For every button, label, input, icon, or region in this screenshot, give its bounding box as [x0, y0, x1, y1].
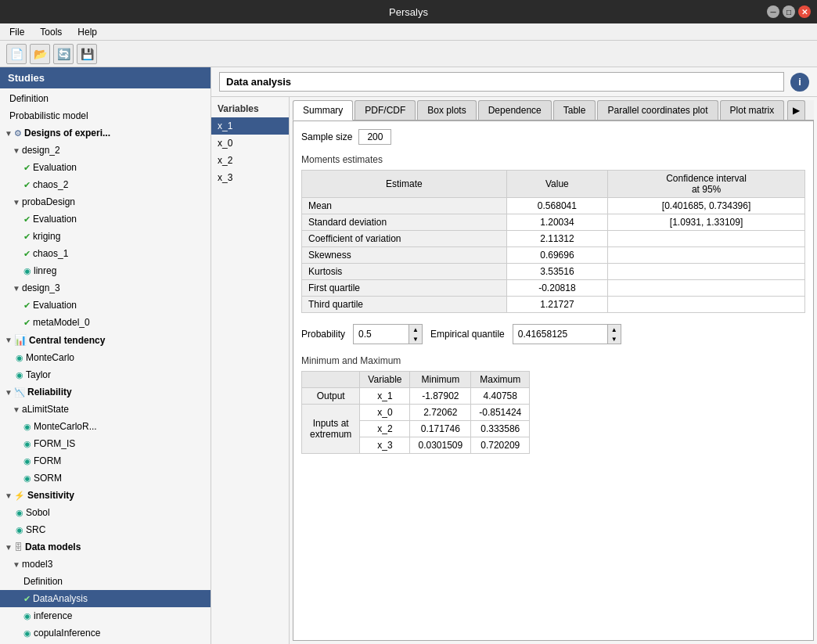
tree-item-design2[interactable]: ▼design_2 — [0, 142, 211, 159]
menu-help[interactable]: Help — [74, 26, 100, 38]
table-row: Skewness 0.69696 — [302, 247, 805, 264]
tree-item-linreg[interactable]: ◉linreg — [0, 262, 211, 279]
toolbar: 📄 📂 🔄 💾 — [0, 41, 817, 67]
row-value: 1.21727 — [506, 297, 607, 313]
save-button[interactable]: 💾 — [77, 44, 97, 64]
tab-table[interactable]: Table — [553, 100, 596, 120]
table-row: Inputs atextremum x_0 2.72062 -0.851424 — [302, 405, 530, 421]
inputs-label: Inputs atextremum — [302, 405, 360, 454]
tree-item-eval2[interactable]: ✔Evaluation — [0, 210, 211, 228]
refresh-button[interactable]: 🔄 — [53, 44, 74, 64]
tree-item-sobol[interactable]: ◉Sobol — [0, 504, 211, 521]
tree-item-definition2[interactable]: Definition — [0, 573, 211, 590]
tree-item-sorm[interactable]: ◉SORM — [0, 470, 211, 487]
empirical-label: Empirical quantile — [430, 329, 505, 340]
col-estimate: Estimate — [302, 171, 507, 198]
spin-up[interactable]: ▲ — [409, 325, 422, 334]
tree-item-probadesign[interactable]: ▼probaDesign — [0, 193, 211, 210]
title-bar: Persalys ─ □ ✕ — [0, 0, 817, 23]
tree-item-formis[interactable]: ◉FORM_IS — [0, 435, 211, 452]
output-var: x_1 — [360, 388, 410, 405]
tree-item-inference[interactable]: ◉inference — [0, 607, 211, 624]
info-button[interactable]: i — [790, 73, 809, 92]
row-label: Mean — [302, 198, 507, 214]
item-label: Central tendency — [29, 335, 105, 346]
probability-label: Probability — [301, 329, 345, 340]
tab-dependence[interactable]: Dependence — [478, 100, 552, 120]
row-value: 1.20034 — [506, 214, 607, 231]
item-label: Evaluation — [33, 300, 77, 311]
tree-item-model3[interactable]: ▼model3 — [0, 556, 211, 573]
item-label: model3 — [22, 559, 52, 570]
var-item-x0[interactable]: x_0 — [211, 135, 289, 152]
tree-item-src[interactable]: ◉SRC — [0, 521, 211, 538]
tree-item-chaos1[interactable]: ✔chaos_1 — [0, 245, 211, 262]
empirical-input-wrap: ▲ ▼ — [513, 324, 621, 344]
tree-item-prob-model[interactable]: Probabilistic model — [0, 107, 211, 124]
minmax-col-empty — [302, 372, 360, 388]
minmax-col-min: Minimum — [410, 372, 471, 388]
var-item-x1[interactable]: x_1 — [211, 117, 289, 135]
item-label: Definition — [9, 93, 49, 104]
item-label: design_2 — [22, 145, 60, 156]
tab-pdfcdf[interactable]: PDF/CDF — [355, 100, 416, 120]
col-ci: Confidence intervalat 95% — [608, 171, 805, 198]
menu-file[interactable]: File — [6, 26, 27, 38]
tree-item-copula[interactable]: ◉copulaInference — [0, 624, 211, 642]
tab-boxplots[interactable]: Box plots — [417, 100, 476, 120]
row-label: Third quartile — [302, 297, 507, 313]
tree-section-datamodels[interactable]: ▼🗄Data models — [0, 538, 211, 556]
item-label: MonteCarloR... — [34, 421, 97, 432]
maximize-button[interactable]: □ — [783, 5, 795, 18]
tree-item-definition[interactable]: Definition — [0, 90, 211, 107]
minimize-button[interactable]: ─ — [767, 5, 779, 18]
tree-item-montecarlor[interactable]: ◉MonteCarloR... — [0, 418, 211, 435]
row-label: Standard deviation — [302, 214, 507, 231]
var-item-x3[interactable]: x_3 — [211, 169, 289, 186]
probability-input[interactable] — [354, 327, 408, 341]
empirical-spin-up[interactable]: ▲ — [608, 325, 621, 334]
table-row: Kurtosis 3.53516 — [302, 264, 805, 280]
item-label: linreg — [34, 265, 56, 276]
tree-section-designs[interactable]: ▼⚙Designs of experi... — [0, 124, 211, 142]
tree-section-reliability[interactable]: ▼📉Reliability — [0, 383, 211, 401]
tree-item-design3[interactable]: ▼design_3 — [0, 279, 211, 297]
tree-item-kriging[interactable]: ✔kriging — [0, 228, 211, 245]
tree-section-central[interactable]: ▼📊Central tendency — [0, 331, 211, 349]
tree-item-metamodel0[interactable]: ✔metaModel_0 — [0, 314, 211, 331]
row-ci: [0.401685, 0.734396] — [608, 198, 805, 214]
tree-item-eval3[interactable]: ✔Evaluation — [0, 297, 211, 314]
tab-plotmatrix[interactable]: Plot matrix — [720, 100, 785, 120]
close-button[interactable]: ✕ — [798, 5, 811, 18]
sample-size-label: Sample size — [301, 131, 352, 142]
tab-parallel[interactable]: Parallel coordinates plot — [597, 100, 718, 120]
tree-item-taylor[interactable]: ◉Taylor — [0, 366, 211, 383]
item-label: FORM_IS — [34, 438, 75, 449]
tree-item-chaos2[interactable]: ✔chaos_2 — [0, 176, 211, 193]
tree-item-eval1[interactable]: ✔Evaluation — [0, 159, 211, 176]
tree-item-dataanalysis[interactable]: ✔DataAnalysis — [0, 590, 211, 607]
tree-item-montecarlo[interactable]: ◉MonteCarlo — [0, 349, 211, 366]
item-label: Definition — [23, 576, 63, 587]
row-ci — [608, 231, 805, 247]
tree-section-sensitivity[interactable]: ▼⚡Sensitivity — [0, 487, 211, 504]
tab-summary[interactable]: Summary — [293, 100, 353, 121]
menu-tools[interactable]: Tools — [37, 26, 65, 38]
app-title: Persalys — [389, 6, 428, 18]
tree-container[interactable]: Definition Probabilistic model ▼⚙Designs… — [0, 88, 211, 644]
new-icon: 📄 — [10, 48, 23, 60]
col-value: Value — [506, 171, 607, 198]
var-item-x2[interactable]: x_2 — [211, 152, 289, 169]
empirical-spin-down[interactable]: ▼ — [608, 334, 621, 344]
open-button[interactable]: 📂 — [30, 44, 50, 64]
new-button[interactable]: 📄 — [6, 44, 27, 64]
analysis-panel: Summary PDF/CDF Box plots Dependence Tab… — [290, 97, 817, 644]
item-label: metaModel_0 — [33, 317, 90, 328]
tree-item-form[interactable]: ◉FORM — [0, 452, 211, 470]
tree-item-alimitstate[interactable]: ▼aLimitState — [0, 401, 211, 418]
variables-panel: Variables x_1 x_0 x_2 x_3 — [211, 97, 290, 644]
spin-down[interactable]: ▼ — [409, 334, 422, 344]
empirical-input[interactable] — [513, 327, 607, 341]
tab-scroll-right[interactable]: ▶ — [787, 100, 805, 120]
item-label: aLimitState — [22, 404, 69, 415]
